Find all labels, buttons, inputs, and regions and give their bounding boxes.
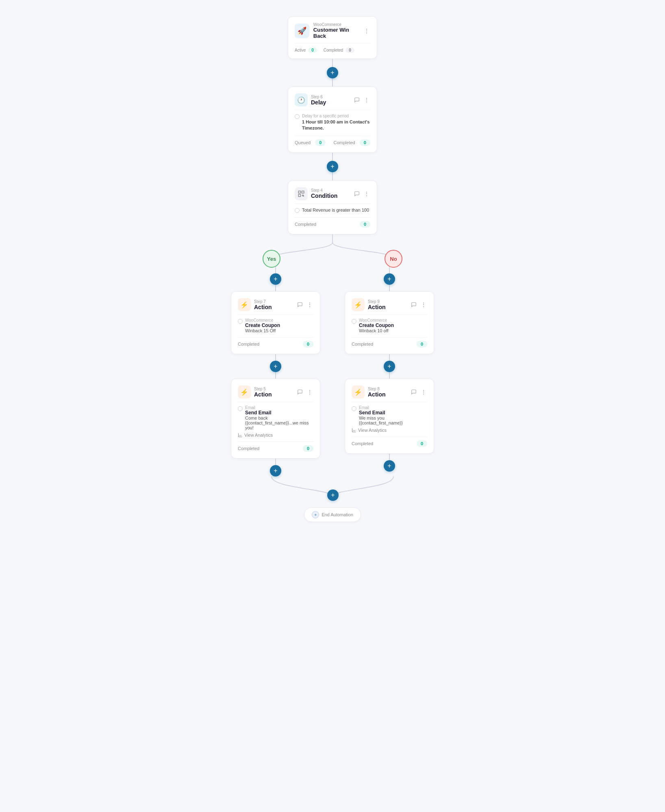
step4-content: Total Revenue is greater than 100 bbox=[295, 207, 370, 213]
step8-completed-label: Completed bbox=[352, 441, 373, 446]
delay-icon: 🕐 bbox=[295, 93, 308, 106]
step9-completed-label: Completed bbox=[352, 342, 373, 346]
add-btn-merge[interactable]: + bbox=[327, 489, 339, 501]
step5-completed-label: Completed bbox=[238, 446, 259, 451]
step6-queued-count: 0 bbox=[315, 139, 326, 146]
step8-sub-label: Email bbox=[359, 405, 427, 410]
step7-sub-label: WooCommerce bbox=[245, 318, 280, 323]
step9-label: Step 9 bbox=[368, 299, 386, 304]
connector-1: + bbox=[327, 59, 338, 87]
step8-menu-btn[interactable]: ⋮ bbox=[420, 388, 427, 396]
step5-completed-count: 0 bbox=[303, 445, 313, 452]
step5-title: Action bbox=[254, 391, 272, 398]
yes-branch: + ⚡ Step 7 Action bbox=[231, 267, 320, 476]
step9-content: WooCommerce Create Coupon Winback 10 off bbox=[352, 318, 427, 333]
step4-condition-text: Total Revenue is greater than 100 bbox=[302, 207, 369, 213]
step6-completed-label: Completed bbox=[334, 140, 355, 145]
branch-lines: Yes No bbox=[231, 234, 434, 267]
step8-analytics[interactable]: View Analytics bbox=[352, 428, 427, 433]
step8-label: Step 8 bbox=[368, 387, 386, 391]
step7-comment-btn[interactable] bbox=[296, 301, 304, 308]
step4-label: Step 4 bbox=[311, 188, 337, 193]
condition-icon bbox=[295, 187, 308, 200]
step6-completed-count: 0 bbox=[360, 139, 370, 146]
step9-value1: Create Coupon bbox=[359, 323, 394, 328]
step7-icon: ⚡ bbox=[238, 298, 251, 311]
automation-source: WooCommerce bbox=[313, 22, 363, 27]
step6-content: Delay for a specific period 1 Hour till … bbox=[295, 113, 370, 132]
step5-analytics[interactable]: View Analytics bbox=[238, 433, 313, 437]
step5-icon: ⚡ bbox=[238, 385, 251, 398]
svg-rect-1 bbox=[302, 191, 304, 193]
step6-radio-label: Delay for a specific period bbox=[302, 113, 370, 119]
step8-comment-btn[interactable] bbox=[410, 388, 417, 396]
svg-rect-2 bbox=[298, 194, 300, 196]
step7-value1: Create Coupon bbox=[245, 323, 280, 328]
step9-value2: Winback 10 off bbox=[359, 328, 394, 333]
step8-title: Action bbox=[368, 391, 386, 398]
step7-content: WooCommerce Create Coupon Winback 15 Off bbox=[238, 318, 313, 333]
step5-value2: Come back {{contact_first_name}}...we mi… bbox=[245, 416, 313, 430]
add-btn-step7[interactable]: + bbox=[270, 361, 281, 372]
step5-comment-btn[interactable] bbox=[296, 388, 304, 396]
connector-2: + bbox=[327, 153, 338, 180]
step6-value: 1 Hour till 10:00 am in Contact's Timezo… bbox=[302, 119, 370, 132]
step8-completed-count: 0 bbox=[417, 440, 427, 447]
active-count: 0 bbox=[308, 48, 317, 53]
automation-icon: 🚀 bbox=[295, 24, 309, 38]
step4-completed-label: Completed bbox=[295, 222, 316, 227]
step9-sub-label: WooCommerce bbox=[359, 318, 394, 323]
step9-title: Action bbox=[368, 304, 386, 310]
step7-completed-count: 0 bbox=[303, 341, 313, 347]
add-btn-yes[interactable]: + bbox=[270, 273, 281, 285]
step6-comment-btn[interactable] bbox=[353, 96, 361, 104]
step4-card: Step 4 Condition ⋮ Total Revenue is grea… bbox=[288, 180, 377, 234]
add-btn-step5[interactable]: + bbox=[270, 465, 281, 476]
step8-icon: ⚡ bbox=[352, 385, 365, 398]
add-btn-step8[interactable]: + bbox=[384, 460, 395, 472]
step4-menu-btn[interactable]: ⋮ bbox=[363, 190, 370, 198]
step9-comment-btn[interactable] bbox=[410, 301, 417, 308]
add-btn-step9[interactable]: + bbox=[384, 361, 395, 372]
step7-label: Step 7 bbox=[254, 299, 272, 304]
completed-count-top: 0 bbox=[346, 48, 354, 53]
end-automation-label: End Automation bbox=[322, 512, 353, 517]
step5-menu-btn[interactable]: ⋮ bbox=[306, 388, 313, 396]
automation-title: Customer Win Back bbox=[313, 27, 363, 39]
step8-card: ⚡ Step 8 Action ⋮ bbox=[345, 379, 434, 454]
automation-card: 🚀 WooCommerce Customer Win Back ⋮ Active… bbox=[288, 16, 377, 59]
automation-menu-btn[interactable]: ⋮ bbox=[363, 27, 370, 35]
merge-lines: + bbox=[231, 476, 434, 501]
step5-content: Email Send Email Come back {{contact_fir… bbox=[238, 405, 313, 430]
step4-title: Condition bbox=[311, 193, 337, 199]
step9-completed-count: 0 bbox=[417, 341, 427, 347]
step8-content: Email Send Email We miss you {{contact_f… bbox=[352, 405, 427, 425]
add-btn-1[interactable]: + bbox=[327, 67, 338, 78]
step5-sub-label: Email bbox=[245, 405, 313, 410]
no-branch: + ⚡ Step 9 Action bbox=[345, 267, 434, 472]
step4-comment-btn[interactable] bbox=[353, 190, 361, 197]
step9-icon: ⚡ bbox=[352, 298, 365, 311]
end-automation: + End Automation bbox=[304, 507, 361, 522]
add-btn-no[interactable]: + bbox=[384, 273, 395, 285]
step6-title: Delay bbox=[311, 99, 326, 106]
no-badge: No bbox=[385, 250, 402, 268]
step8-value1: Send Email bbox=[359, 410, 427, 416]
yes-badge: Yes bbox=[263, 250, 280, 268]
step6-queued-label: Queued bbox=[295, 140, 311, 145]
step9-menu-btn[interactable]: ⋮ bbox=[420, 301, 427, 309]
step4-completed-count: 0 bbox=[360, 221, 370, 227]
step7-menu-btn[interactable]: ⋮ bbox=[306, 301, 313, 309]
step7-value2: Winback 15 Off bbox=[245, 328, 280, 333]
step6-menu-btn[interactable]: ⋮ bbox=[363, 96, 370, 104]
active-label: Active bbox=[295, 48, 306, 52]
add-btn-2[interactable]: + bbox=[327, 161, 338, 172]
step7-card: ⚡ Step 7 Action ⋮ bbox=[231, 291, 320, 354]
step9-card: ⚡ Step 9 Action ⋮ bbox=[345, 291, 434, 354]
svg-rect-0 bbox=[298, 191, 300, 193]
step7-completed-label: Completed bbox=[238, 342, 259, 346]
step6-card: 🕐 Step 6 Delay ⋮ Delay for a specific pe… bbox=[288, 87, 377, 153]
step8-value2: We miss you {{contact_first_name}} bbox=[359, 416, 427, 425]
completed-label-top: Completed bbox=[324, 48, 343, 52]
step5-card: ⚡ Step 5 Action ⋮ bbox=[231, 379, 320, 459]
